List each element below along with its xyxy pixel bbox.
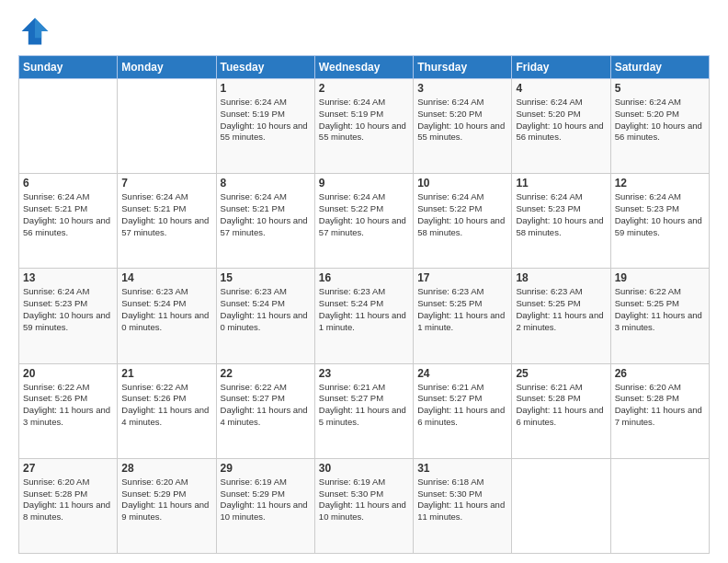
day-header-monday: Monday — [118, 56, 216, 79]
calendar-cell: 8Sunrise: 6:24 AMSunset: 5:21 PMDaylight… — [216, 174, 314, 269]
day-number: 12 — [615, 177, 705, 190]
cell-detail: Sunrise: 6:23 AMSunset: 5:24 PMDaylight:… — [319, 286, 409, 333]
day-number: 21 — [121, 367, 211, 380]
cell-detail: Sunrise: 6:24 AMSunset: 5:23 PMDaylight:… — [23, 286, 113, 333]
cell-detail: Sunrise: 6:18 AMSunset: 5:30 PMDaylight:… — [417, 477, 507, 523]
calendar-cell: 5Sunrise: 6:24 AMSunset: 5:20 PMDaylight… — [610, 79, 709, 174]
calendar-cell: 16Sunrise: 6:23 AMSunset: 5:24 PMDayligh… — [314, 269, 413, 363]
cell-detail: Sunrise: 6:24 AMSunset: 5:22 PMDaylight:… — [417, 191, 507, 238]
calendar-cell: 7Sunrise: 6:24 AMSunset: 5:21 PMDaylight… — [118, 174, 216, 269]
cell-detail: Sunrise: 6:20 AMSunset: 5:28 PMDaylight:… — [615, 382, 705, 429]
cell-detail: Sunrise: 6:20 AMSunset: 5:28 PMDaylight:… — [23, 477, 113, 523]
calendar-cell: 1Sunrise: 6:24 AMSunset: 5:19 PMDaylight… — [216, 79, 314, 174]
week-row-1: 1Sunrise: 6:24 AMSunset: 5:19 PMDaylight… — [19, 79, 710, 174]
cell-detail: Sunrise: 6:20 AMSunset: 5:29 PMDaylight:… — [121, 477, 211, 523]
calendar-cell: 4Sunrise: 6:24 AMSunset: 5:20 PMDaylight… — [512, 79, 610, 174]
day-header-thursday: Thursday — [414, 56, 512, 79]
cell-detail: Sunrise: 6:24 AMSunset: 5:19 PMDaylight:… — [319, 97, 409, 144]
day-number: 3 — [417, 82, 507, 95]
cell-detail: Sunrise: 6:23 AMSunset: 5:25 PMDaylight:… — [516, 286, 606, 333]
calendar-cell: 28Sunrise: 6:20 AMSunset: 5:29 PMDayligh… — [118, 458, 216, 553]
calendar-cell: 21Sunrise: 6:22 AMSunset: 5:26 PMDayligh… — [118, 363, 216, 458]
day-number: 25 — [516, 367, 606, 380]
day-header-sunday: Sunday — [19, 56, 118, 79]
calendar-cell: 13Sunrise: 6:24 AMSunset: 5:23 PMDayligh… — [19, 269, 118, 363]
calendar-cell: 22Sunrise: 6:22 AMSunset: 5:27 PMDayligh… — [216, 363, 314, 458]
day-number: 31 — [417, 462, 507, 475]
day-number: 18 — [516, 271, 606, 284]
calendar-cell: 30Sunrise: 6:19 AMSunset: 5:30 PMDayligh… — [314, 458, 413, 553]
day-header-saturday: Saturday — [610, 56, 709, 79]
day-number: 30 — [319, 462, 409, 475]
day-number: 2 — [319, 82, 409, 95]
week-row-3: 13Sunrise: 6:24 AMSunset: 5:23 PMDayligh… — [19, 269, 710, 363]
cell-detail: Sunrise: 6:24 AMSunset: 5:21 PMDaylight:… — [23, 191, 113, 238]
calendar-cell — [19, 79, 118, 174]
day-number: 17 — [417, 271, 507, 284]
week-row-5: 27Sunrise: 6:20 AMSunset: 5:28 PMDayligh… — [19, 458, 710, 553]
cell-detail: Sunrise: 6:24 AMSunset: 5:20 PMDaylight:… — [615, 97, 705, 144]
day-number: 6 — [23, 177, 113, 190]
cell-detail: Sunrise: 6:24 AMSunset: 5:23 PMDaylight:… — [615, 191, 705, 238]
cell-detail: Sunrise: 6:19 AMSunset: 5:30 PMDaylight:… — [319, 477, 409, 523]
calendar-cell: 29Sunrise: 6:19 AMSunset: 5:29 PMDayligh… — [216, 458, 314, 553]
calendar-cell: 26Sunrise: 6:20 AMSunset: 5:28 PMDayligh… — [610, 363, 709, 458]
cell-detail: Sunrise: 6:22 AMSunset: 5:27 PMDaylight:… — [221, 382, 311, 429]
logo — [18, 15, 55, 48]
day-number: 8 — [221, 177, 311, 190]
cell-detail: Sunrise: 6:22 AMSunset: 5:26 PMDaylight:… — [121, 382, 211, 429]
calendar-cell: 23Sunrise: 6:21 AMSunset: 5:27 PMDayligh… — [314, 363, 413, 458]
cell-detail: Sunrise: 6:23 AMSunset: 5:24 PMDaylight:… — [121, 286, 211, 333]
day-number: 13 — [23, 271, 113, 284]
calendar-cell: 17Sunrise: 6:23 AMSunset: 5:25 PMDayligh… — [414, 269, 512, 363]
day-number: 5 — [615, 82, 705, 95]
day-number: 26 — [615, 367, 705, 380]
calendar-cell: 31Sunrise: 6:18 AMSunset: 5:30 PMDayligh… — [414, 458, 512, 553]
day-number: 29 — [221, 462, 311, 475]
calendar-cell — [118, 79, 216, 174]
calendar-cell: 25Sunrise: 6:21 AMSunset: 5:28 PMDayligh… — [512, 363, 610, 458]
calendar-cell: 14Sunrise: 6:23 AMSunset: 5:24 PMDayligh… — [118, 269, 216, 363]
calendar-cell: 19Sunrise: 6:22 AMSunset: 5:25 PMDayligh… — [610, 269, 709, 363]
cell-detail: Sunrise: 6:23 AMSunset: 5:24 PMDaylight:… — [221, 286, 311, 333]
day-number: 27 — [23, 462, 113, 475]
cell-detail: Sunrise: 6:24 AMSunset: 5:23 PMDaylight:… — [516, 191, 606, 238]
week-row-4: 20Sunrise: 6:22 AMSunset: 5:26 PMDayligh… — [19, 363, 710, 458]
cell-detail: Sunrise: 6:24 AMSunset: 5:19 PMDaylight:… — [221, 97, 311, 144]
calendar-cell: 27Sunrise: 6:20 AMSunset: 5:28 PMDayligh… — [19, 458, 118, 553]
cell-detail: Sunrise: 6:24 AMSunset: 5:21 PMDaylight:… — [121, 191, 211, 238]
calendar-table: SundayMondayTuesdayWednesdayThursdayFrid… — [18, 55, 710, 554]
day-number: 9 — [319, 177, 409, 190]
day-number: 24 — [417, 367, 507, 380]
cell-detail: Sunrise: 6:24 AMSunset: 5:20 PMDaylight:… — [417, 97, 507, 144]
calendar-cell: 20Sunrise: 6:22 AMSunset: 5:26 PMDayligh… — [19, 363, 118, 458]
cell-detail: Sunrise: 6:21 AMSunset: 5:27 PMDaylight:… — [319, 382, 409, 429]
calendar-cell: 9Sunrise: 6:24 AMSunset: 5:22 PMDaylight… — [314, 174, 413, 269]
day-header-friday: Friday — [512, 56, 610, 79]
day-number: 22 — [221, 367, 311, 380]
page: SundayMondayTuesdayWednesdayThursdayFrid… — [0, 0, 728, 563]
day-number: 19 — [615, 271, 705, 284]
day-number: 20 — [23, 367, 113, 380]
header-row: SundayMondayTuesdayWednesdayThursdayFrid… — [19, 56, 710, 79]
calendar-cell — [610, 458, 709, 553]
cell-detail: Sunrise: 6:21 AMSunset: 5:27 PMDaylight:… — [417, 382, 507, 429]
svg-marker-1 — [35, 18, 48, 39]
calendar-cell: 6Sunrise: 6:24 AMSunset: 5:21 PMDaylight… — [19, 174, 118, 269]
calendar-cell: 2Sunrise: 6:24 AMSunset: 5:19 PMDaylight… — [314, 79, 413, 174]
day-number: 23 — [319, 367, 409, 380]
week-row-2: 6Sunrise: 6:24 AMSunset: 5:21 PMDaylight… — [19, 174, 710, 269]
calendar-cell: 11Sunrise: 6:24 AMSunset: 5:23 PMDayligh… — [512, 174, 610, 269]
cell-detail: Sunrise: 6:19 AMSunset: 5:29 PMDaylight:… — [221, 477, 311, 523]
day-number: 1 — [221, 82, 311, 95]
day-header-tuesday: Tuesday — [216, 56, 314, 79]
cell-detail: Sunrise: 6:24 AMSunset: 5:20 PMDaylight:… — [516, 97, 606, 144]
day-number: 11 — [516, 177, 606, 190]
day-header-wednesday: Wednesday — [314, 56, 413, 79]
day-number: 4 — [516, 82, 606, 95]
cell-detail: Sunrise: 6:22 AMSunset: 5:25 PMDaylight:… — [615, 286, 705, 333]
logo-icon — [18, 15, 51, 48]
header — [18, 15, 710, 48]
calendar-cell: 18Sunrise: 6:23 AMSunset: 5:25 PMDayligh… — [512, 269, 610, 363]
cell-detail: Sunrise: 6:21 AMSunset: 5:28 PMDaylight:… — [516, 382, 606, 429]
